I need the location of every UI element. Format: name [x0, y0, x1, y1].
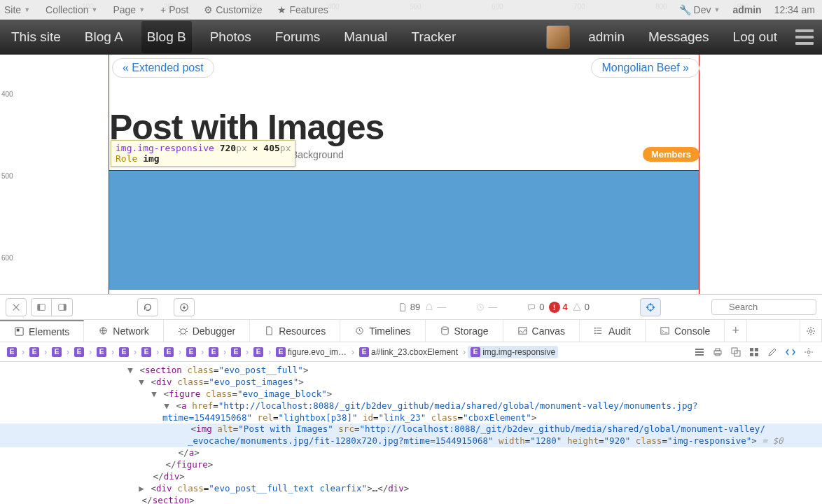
star-icon: ★ [277, 4, 286, 15]
breadcrumb-item[interactable]: E [139, 346, 154, 358]
devtools-dock-left[interactable] [31, 298, 52, 316]
toolbar-features[interactable]: ★Features [277, 4, 328, 15]
reload-icon [143, 302, 153, 312]
breadcrumb-item[interactable]: E [4, 346, 20, 358]
warnings-count[interactable]: 0 [572, 302, 590, 312]
next-post-link[interactable]: Mongolian Beef » [591, 58, 699, 78]
devtools-dock-right[interactable] [52, 298, 73, 316]
devtools-close-button[interactable] [6, 298, 27, 316]
errors-count[interactable]: ! 4 [549, 302, 568, 313]
svg-point-16 [594, 330, 596, 332]
print-icon[interactable] [711, 346, 724, 358]
code-icon[interactable] [784, 346, 797, 358]
tab-storage[interactable]: Storage [426, 320, 503, 342]
document-icon [398, 302, 407, 312]
nav-blog-a[interactable]: Blog A [79, 21, 129, 53]
devtools-download[interactable] [174, 298, 195, 316]
checklist-icon [594, 326, 604, 336]
dom-breadcrumb: E› E› E› E› E› E› E› E› E› E› E› E› E fi… [0, 342, 822, 362]
svg-rect-31 [755, 353, 758, 356]
tab-network[interactable]: Network [84, 320, 163, 342]
breadcrumb-figure[interactable]: E figure.evo_im… [273, 346, 349, 358]
grid-icon[interactable] [748, 346, 760, 358]
devtools-top-bar: 89 — — 0 ! 4 0 [0, 295, 822, 320]
nav-forums[interactable]: Forums [270, 21, 326, 53]
svg-rect-30 [750, 353, 753, 356]
breadcrumb-item[interactable]: E [71, 346, 87, 358]
breadcrumb-anchor[interactable]: E a#link_23.cboxElement [356, 346, 461, 358]
admin-toolbar: Site▼ Collection▼ Page▼ +Post ⚙Customize… [0, 0, 822, 20]
devtools-tabs: Elements Network Debugger Resources Time… [0, 320, 822, 342]
nav-blog-b[interactable]: Blog B [141, 21, 192, 53]
breadcrumb-item[interactable]: E [228, 346, 244, 358]
history[interactable]: — [475, 302, 497, 312]
tab-debugger[interactable]: Debugger [164, 320, 251, 342]
svg-rect-20 [695, 349, 704, 350]
toolbar-site[interactable]: Site▼ [4, 4, 30, 15]
breadcrumb-item[interactable]: E [94, 346, 109, 358]
nav-this-site[interactable]: This site [6, 21, 67, 53]
timer-disabled[interactable]: — [424, 302, 446, 312]
tab-audit[interactable]: Audit [580, 320, 646, 342]
breadcrumb-item[interactable]: E [116, 346, 132, 358]
toolbar-dev[interactable]: 🔧Dev▼ [679, 4, 720, 15]
clock-icon [475, 302, 485, 312]
devtools-search-input[interactable] [711, 299, 816, 315]
svg-point-17 [594, 332, 596, 334]
crosshair-icon [646, 302, 655, 312]
breadcrumb-item[interactable]: E [49, 346, 64, 358]
nav-user[interactable]: admin [583, 21, 630, 53]
bug-icon [178, 326, 188, 336]
breadcrumb-img[interactable]: E img.img-responsive [468, 346, 558, 358]
tab-timelines[interactable]: Timelines [340, 320, 425, 342]
toolbar-page[interactable]: Page▼ [113, 4, 145, 15]
tab-console[interactable]: Console [646, 320, 725, 342]
nav-tracker[interactable]: Tracker [406, 21, 462, 53]
network-icon [98, 326, 109, 336]
aside-gear-icon[interactable] [802, 346, 815, 358]
breadcrumb-item[interactable]: E [206, 346, 221, 358]
devtools-reload[interactable] [137, 298, 158, 316]
toolbar-collection[interactable]: Collection▼ [46, 4, 97, 15]
messages-count[interactable]: 0 [527, 302, 544, 312]
svg-rect-24 [716, 349, 720, 351]
toolbar-customize[interactable]: ⚙Customize [204, 4, 262, 15]
tab-elements[interactable]: Elements [0, 320, 84, 342]
breadcrumb-item[interactable]: E [183, 346, 199, 358]
svg-rect-22 [695, 354, 704, 356]
tab-add-button[interactable]: + [725, 320, 747, 342]
tab-resources[interactable]: Resources [250, 320, 340, 342]
compositing-icon[interactable] [730, 346, 742, 358]
clock-icon [354, 326, 365, 336]
nav-manual[interactable]: Manual [338, 21, 393, 53]
svg-rect-28 [750, 348, 753, 351]
avatar[interactable] [546, 25, 570, 49]
toolbar-post[interactable]: +Post [160, 4, 188, 15]
inspect-element-button[interactable] [640, 298, 661, 316]
download-icon [179, 302, 189, 312]
toolbar-user[interactable]: admin [732, 4, 761, 15]
nav-photos[interactable]: Photos [204, 21, 257, 53]
inspect-highlight-img [109, 171, 699, 294]
breadcrumb-item[interactable]: E [251, 346, 266, 358]
chat-icon [527, 302, 536, 312]
tab-canvas[interactable]: Canvas [503, 320, 580, 342]
database-icon [440, 326, 450, 336]
nav-messages[interactable]: Messages [643, 21, 715, 53]
breadcrumb-item[interactable]: E [27, 346, 42, 358]
dom-source[interactable]: ▼ <section class="evo_post__full"> ▼ <di… [0, 362, 822, 504]
devtools-settings[interactable] [800, 320, 822, 342]
svg-rect-1 [38, 304, 41, 310]
toolbar-time: 12:34 am [774, 4, 815, 15]
nav-logout[interactable]: Log out [727, 21, 783, 53]
hamburger-icon[interactable] [795, 29, 814, 45]
layout-tree-icon[interactable] [693, 346, 706, 358]
edit-icon[interactable] [766, 346, 779, 358]
resource-count[interactable]: 89 [398, 302, 420, 312]
svg-rect-9 [17, 329, 20, 332]
devtools-search[interactable] [711, 299, 816, 315]
inspect-tooltip: img.img-responsive 720px × 405px Role im… [111, 140, 295, 167]
elements-icon [14, 326, 25, 337]
breadcrumb-item[interactable]: E [161, 346, 176, 358]
prev-post-link[interactable]: « Extended post [112, 58, 214, 78]
